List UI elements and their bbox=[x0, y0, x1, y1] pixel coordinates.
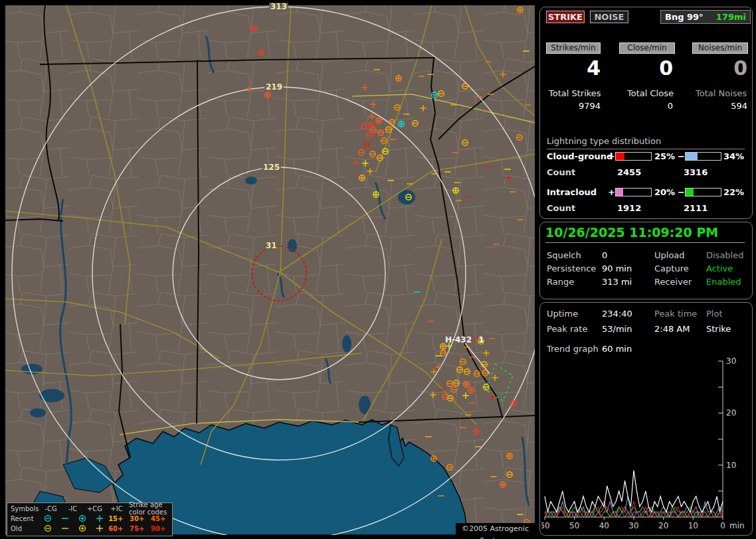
trend-series-cg-plus bbox=[545, 502, 723, 518]
strike-symbol-cgp bbox=[376, 118, 381, 123]
peak-time-value: 2:48 AM bbox=[654, 324, 690, 334]
ic-minus-pct: 22% bbox=[723, 187, 744, 197]
total-strikes-value: 9794 bbox=[541, 101, 601, 111]
cg-plus-count: 2455 bbox=[617, 167, 641, 177]
strike-symbol-cgp bbox=[474, 429, 479, 434]
cg-minus-count: 3316 bbox=[684, 167, 708, 177]
trend-graph-label: Trend graph bbox=[547, 344, 599, 354]
cg-minus-bar bbox=[685, 152, 721, 161]
x-tick-label: 10 bbox=[688, 521, 698, 530]
plot-label: Plot bbox=[706, 309, 723, 319]
cg-count-label: Count bbox=[547, 167, 575, 177]
cg-plus-bar-fill bbox=[616, 153, 624, 160]
legend-col-cgn: -CG bbox=[40, 505, 62, 512]
y-tick-label: 30 bbox=[726, 356, 736, 366]
capture-value: Active bbox=[706, 264, 733, 273]
distribution-title: Lightning type distribution bbox=[547, 136, 745, 149]
age-75: 75+ bbox=[130, 525, 151, 532]
age-15: 15+ bbox=[108, 515, 130, 522]
symbol-legend: Symbols -CG -IC +CG +IC Strike age color… bbox=[7, 502, 173, 536]
cg-plus-sign: + bbox=[608, 151, 615, 161]
uptime-value: 234:40 bbox=[602, 309, 632, 319]
cg-minus-bar-fill bbox=[686, 153, 698, 160]
legend-old-row: Old 60+ 75+ 90+ bbox=[7, 524, 172, 533]
lake bbox=[288, 239, 297, 252]
cg-minus-sign: − bbox=[678, 151, 685, 161]
ic-plus-bar bbox=[615, 188, 652, 196]
ic-count-label: Count bbox=[547, 203, 575, 213]
x-tick-label: 50 bbox=[569, 521, 579, 530]
x-tick-label: 20 bbox=[658, 521, 668, 530]
legend-recent-row: Recent 15+ 30+ 45+ bbox=[7, 514, 172, 523]
ring-label-125: 125 bbox=[262, 163, 281, 172]
cg-minus-pct: 34% bbox=[723, 151, 744, 161]
ic-plus-bar-fill bbox=[616, 189, 623, 196]
lake bbox=[359, 396, 371, 414]
close-per-min-value: 0 bbox=[613, 56, 673, 80]
ic-plus-count: 1912 bbox=[617, 203, 641, 213]
strike-symbol-cgp bbox=[399, 121, 404, 127]
squelch-label: Squelch bbox=[547, 250, 581, 260]
cg-pos-recent-icon bbox=[74, 514, 91, 522]
strike-symbol-cgp bbox=[518, 7, 523, 13]
strike-map[interactable]: 313 219 125 31 H-432+1 ©2005 Astrogenic … bbox=[5, 5, 535, 535]
noise-tab[interactable]: NOISE bbox=[590, 11, 628, 23]
bearing-value: Bng 99° bbox=[665, 12, 704, 22]
x-tick-label: 0 bbox=[720, 521, 725, 530]
legend-col-cgp: +CG bbox=[84, 505, 106, 512]
intracloud-label: Intracloud bbox=[547, 187, 597, 197]
lake bbox=[39, 389, 64, 402]
ring-label-219: 219 bbox=[264, 83, 284, 92]
ring-label-31: 31 bbox=[264, 242, 278, 250]
capture-label: Capture bbox=[654, 264, 689, 273]
x-axis-unit: min bbox=[729, 521, 745, 530]
strike-symbol-cgp bbox=[511, 401, 516, 406]
strikes-per-min-chip: Strikes/min bbox=[546, 42, 601, 54]
legend-age-header: Strike age color codes bbox=[128, 501, 172, 516]
trend-graph-value: 60 min bbox=[602, 344, 632, 354]
strike-symbol-cgp bbox=[251, 26, 256, 31]
peak-rate-label: Peak rate bbox=[547, 324, 587, 334]
total-close-value: 0 bbox=[613, 101, 673, 111]
strike-symbol-cgp bbox=[468, 388, 474, 393]
strike-symbol-cgp bbox=[258, 50, 264, 55]
ic-minus-count: 2111 bbox=[684, 203, 708, 213]
ic-minus-bar bbox=[685, 188, 721, 196]
cg-pos-old-icon bbox=[74, 524, 91, 532]
age-90: 90+ bbox=[151, 525, 172, 532]
trend-graph: 1020306050403020100min bbox=[541, 356, 751, 534]
y-tick-label: 20 bbox=[726, 408, 736, 418]
copyright-text: ©2005 Astrogenic Systems bbox=[456, 523, 535, 535]
strike-symbol-cgp bbox=[396, 76, 401, 81]
legend-col-icp: +IC bbox=[106, 505, 128, 512]
strike-symbol-cgp bbox=[373, 192, 379, 197]
legend-header-row: Symbols -CG -IC +CG +IC Strike age color… bbox=[7, 504, 172, 513]
noises-per-min-chip: Noises/min bbox=[692, 42, 748, 54]
total-noises-label: Total Noises bbox=[696, 88, 747, 98]
legend-row-old-label: Old bbox=[11, 525, 39, 532]
uptime-label: Uptime bbox=[547, 309, 578, 319]
peak-rate-value: 53/min bbox=[602, 324, 632, 334]
trend-axis-labels: 1020306050403020100min bbox=[541, 356, 745, 530]
trend-series-group bbox=[545, 471, 723, 518]
cg-neg-recent-icon bbox=[39, 514, 56, 522]
total-strikes-label: Total Strikes bbox=[549, 88, 601, 98]
cg-plus-pct: 25% bbox=[654, 151, 675, 161]
ic-neg-old-icon bbox=[56, 524, 74, 532]
strike-symbol-cgp bbox=[359, 175, 365, 181]
strike-symbol-cgp bbox=[507, 453, 512, 459]
age-30: 30+ bbox=[130, 515, 151, 522]
close-per-min-chip: Close/min bbox=[619, 42, 675, 54]
ring-label-313: 313 bbox=[269, 3, 288, 11]
plot-value: Strike bbox=[706, 324, 731, 334]
cloud-ground-label: Cloud-ground bbox=[547, 151, 613, 161]
x-tick-label: 40 bbox=[599, 521, 609, 530]
receiver-value: Enabled bbox=[706, 277, 741, 287]
range-label: Range bbox=[547, 277, 574, 287]
ic-plus-sign: + bbox=[608, 187, 615, 197]
strike-tab[interactable]: STRIKE bbox=[546, 11, 585, 23]
strike-symbol-cgp bbox=[369, 123, 374, 128]
age-60: 60+ bbox=[108, 525, 130, 532]
lake bbox=[342, 335, 351, 352]
legend-col-icn: -IC bbox=[62, 505, 84, 512]
